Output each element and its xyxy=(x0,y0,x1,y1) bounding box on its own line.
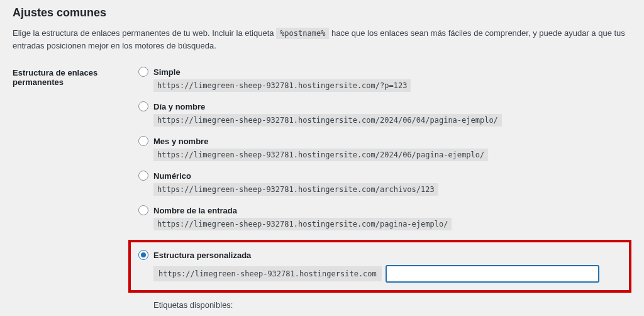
radio-custom[interactable] xyxy=(138,250,148,260)
option-post-name: Nombre de la entrada https://limegreen-s… xyxy=(138,205,631,229)
option-month-name: Mes y nombre https://limegreen-sheep-932… xyxy=(138,136,631,159)
example-month-name: https://limegreen-sheep-932781.hostinger… xyxy=(153,149,488,161)
page-title: Ajustes comunes xyxy=(13,6,631,20)
postname-code: %postname% xyxy=(276,28,329,39)
custom-url-prefix: https://limegreen-sheep-932781.hostinger… xyxy=(153,266,382,281)
radio-simple[interactable] xyxy=(138,67,148,77)
label-simple[interactable]: Simple xyxy=(153,67,180,77)
option-simple: Simple https://limegreen-sheep-932781.ho… xyxy=(138,67,631,90)
radio-numeric[interactable] xyxy=(138,171,148,181)
section-label: Estructura de enlaces permanentes xyxy=(13,67,138,87)
example-day-name: https://limegreen-sheep-932781.hostinger… xyxy=(153,114,502,127)
option-custom: Estructura personalizada https://limegre… xyxy=(138,250,621,283)
example-numeric: https://limegreen-sheep-932781.hostinger… xyxy=(153,183,438,196)
label-day-name[interactable]: Día y nombre xyxy=(153,102,205,111)
settings-description: Elige la estructura de enlaces permanent… xyxy=(13,27,631,52)
radio-day-name[interactable] xyxy=(138,101,148,111)
example-post-name: https://limegreen-sheep-932781.hostinger… xyxy=(153,218,452,230)
radio-month-name[interactable] xyxy=(138,136,148,146)
option-numeric: Numérico https://limegreen-sheep-932781.… xyxy=(138,171,631,194)
example-simple: https://limegreen-sheep-932781.hostinger… xyxy=(153,79,411,92)
option-day-name: Día y nombre https://limegreen-sheep-932… xyxy=(138,101,631,125)
label-post-name[interactable]: Nombre de la entrada xyxy=(153,206,237,215)
radio-post-name[interactable] xyxy=(138,205,148,215)
label-custom[interactable]: Estructura personalizada xyxy=(153,251,251,260)
custom-highlight-box: Estructura personalizada https://limegre… xyxy=(128,240,631,293)
available-tags-label: Etiquetas disponibles: xyxy=(153,300,631,310)
label-numeric[interactable]: Numérico xyxy=(153,171,191,181)
label-month-name[interactable]: Mes y nombre xyxy=(153,137,208,146)
custom-structure-input[interactable] xyxy=(386,265,599,283)
